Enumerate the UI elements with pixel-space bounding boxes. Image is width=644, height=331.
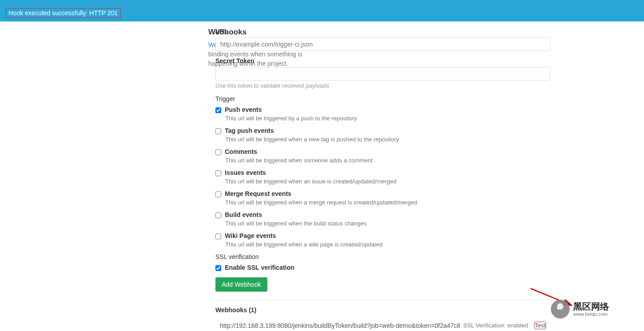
webhook-url: http://192.168.3.199:8080/jenkins/buildB… <box>220 322 463 331</box>
trigger-desc-6: This url will be triggered when a wiki p… <box>225 241 550 248</box>
webhook-ssl-status: SSL Verification: enabled <box>463 322 528 329</box>
ssl-section-label: SSL verification <box>215 253 550 260</box>
trigger-label-2: Comments <box>225 148 257 155</box>
test-button[interactable]: Test <box>534 322 546 329</box>
watermark: 黑区网络 www.heiqu.com <box>551 300 609 318</box>
trigger-desc-3: This url will be triggered when an issue… <box>225 178 550 185</box>
secret-help: Use this token to validate received payl… <box>215 82 550 89</box>
trigger-label-0: Push events <box>225 106 262 113</box>
trigger-label-1: Tag push events <box>225 127 274 134</box>
trigger-desc-0: This url will be triggered by a push to … <box>225 115 550 122</box>
trigger-checkbox-2[interactable] <box>215 149 221 155</box>
trigger-checkbox-3[interactable] <box>215 170 221 176</box>
trigger-desc-5: This url will be triggered when the buil… <box>225 220 550 227</box>
divider <box>215 300 550 300</box>
trigger-checkbox-4[interactable] <box>215 191 221 197</box>
top-bar <box>0 0 644 4</box>
webhooks-list-title: Webhooks (1) <box>215 306 550 314</box>
ssl-enable-label: Enable SSL verification <box>225 264 294 271</box>
trigger-label-6: Wiki Page events <box>225 232 276 239</box>
flash-banner: Hook executed successfully: HTTP 201 <box>0 4 644 21</box>
trigger-label-3: Issues events <box>225 169 266 176</box>
webhook-item: http://192.168.3.199:8080/jenkins/buildB… <box>215 320 550 331</box>
main-form: URL Secret Token Use this token to valid… <box>215 28 613 331</box>
flash-message: Hook executed successfully: HTTP 201 <box>5 8 121 18</box>
watermark-url: www.heiqu.com <box>573 311 609 317</box>
watermark-icon <box>551 300 570 318</box>
watermark-cn: 黑区网络 <box>573 301 609 311</box>
url-input[interactable] <box>215 38 550 51</box>
trigger-checkbox-0[interactable] <box>215 107 221 113</box>
trigger-label-4: Merge Request events <box>225 190 292 197</box>
secret-label: Secret Token <box>215 57 550 64</box>
trigger-checkbox-5[interactable] <box>215 212 221 218</box>
secret-input[interactable] <box>215 67 550 81</box>
trigger-desc-4: This url will be triggered when a merge … <box>225 199 550 206</box>
url-label: URL <box>215 28 550 35</box>
ssl-checkbox[interactable] <box>215 265 221 271</box>
trigger-checkbox-6[interactable] <box>215 233 221 239</box>
sidebar: Webhooks Webhooks can be used for bindin… <box>31 28 215 331</box>
trigger-label-5: Build events <box>225 211 262 218</box>
trigger-desc-2: This url will be triggered when someone … <box>225 157 550 164</box>
trigger-checkbox-1[interactable] <box>215 128 221 134</box>
trigger-section-label: Trigger <box>215 95 550 102</box>
trigger-desc-1: This url will be triggered when a new ta… <box>225 136 550 143</box>
add-webhook-button[interactable]: Add Webhook <box>215 277 267 292</box>
